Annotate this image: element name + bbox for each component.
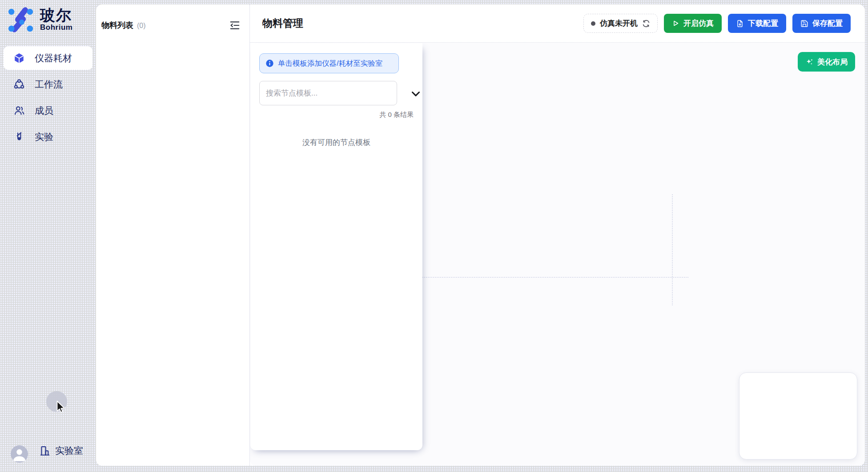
template-hint-banner: 单击模板添加仪器/耗材至实验室 bbox=[259, 53, 399, 73]
members-icon bbox=[13, 105, 25, 116]
download-config-button[interactable]: 下载配置 bbox=[728, 14, 786, 33]
test-tube-icon bbox=[13, 131, 25, 143]
refresh-icon[interactable] bbox=[642, 20, 650, 28]
sidebar-item-experiments[interactable]: 实验 bbox=[4, 125, 92, 148]
main-area: 物料管理 仿真未开机 bbox=[250, 4, 865, 466]
sidebar-item-members[interactable]: 成员 bbox=[4, 99, 92, 122]
panel-collapse-icon[interactable] bbox=[229, 20, 241, 31]
user-avatar-icon bbox=[11, 445, 28, 463]
file-download-icon bbox=[736, 20, 744, 28]
material-list-count: (0) bbox=[137, 22, 146, 30]
sidebar-item-label: 仪器耗材 bbox=[35, 52, 72, 64]
simulation-status-label: 仿真未开机 bbox=[600, 18, 638, 28]
main-header: 物料管理 仿真未开机 bbox=[250, 4, 865, 43]
sidebar-item-label: 工作流 bbox=[35, 78, 63, 91]
building-icon bbox=[39, 445, 51, 456]
sidebar-footer: 实验室 bbox=[0, 442, 96, 467]
lab-entry[interactable]: 实验室 bbox=[39, 444, 83, 457]
brand-subname: Bohrium bbox=[40, 23, 72, 32]
header-actions: 仿真未开机 开启仿真 bbox=[583, 14, 851, 33]
save-config-button[interactable]: 保存配置 bbox=[792, 14, 851, 33]
chevron-down-icon[interactable] bbox=[410, 88, 422, 100]
template-empty-text: 没有可用的节点模板 bbox=[250, 137, 422, 148]
node-template-panel: 单击模板添加仪器/耗材至实验室 共 0 条结果 没有可用的节点模板 bbox=[250, 43, 422, 450]
save-config-label: 保存配置 bbox=[812, 18, 843, 28]
sparkles-icon bbox=[805, 58, 814, 66]
material-list-header: 物料列表 (0) bbox=[96, 4, 249, 31]
content-container: 物料列表 (0) 物料管理 仿真未开机 bbox=[96, 4, 865, 466]
sidebar-item-label: 成员 bbox=[35, 104, 53, 117]
start-simulation-label: 开启仿真 bbox=[683, 18, 714, 28]
beautify-layout-label: 美化布局 bbox=[817, 57, 848, 67]
beautify-layout-button[interactable]: 美化布局 bbox=[798, 52, 855, 72]
info-icon bbox=[265, 59, 274, 68]
material-list-title: 物料列表 bbox=[101, 20, 133, 31]
bohrium-logo-icon bbox=[6, 5, 36, 34]
lab-label: 实验室 bbox=[55, 444, 83, 457]
sidebar-item-instruments[interactable]: 仪器耗材 bbox=[4, 46, 92, 70]
workflow-ring-icon bbox=[13, 79, 25, 90]
page-title: 物料管理 bbox=[262, 16, 303, 30]
flow-canvas[interactable]: 美化布局 单击模板添加仪器/耗材至实验室 bbox=[250, 43, 865, 466]
simulation-status-pill[interactable]: 仿真未开机 bbox=[583, 14, 658, 33]
status-dot bbox=[591, 21, 595, 26]
template-result-count: 共 0 条结果 bbox=[379, 111, 414, 119]
app-window: 玻尔 Bohrium 仪器耗材 工作流 bbox=[0, 0, 868, 472]
play-icon bbox=[672, 20, 679, 27]
sidebar-item-workflow[interactable]: 工作流 bbox=[4, 72, 92, 96]
minimap[interactable] bbox=[739, 372, 857, 460]
sidebar-nav: 仪器耗材 工作流 成员 bbox=[4, 46, 92, 148]
brand-name: 玻尔 bbox=[40, 7, 72, 23]
sidebar: 玻尔 Bohrium 仪器耗材 工作流 bbox=[0, 0, 96, 472]
brand-logo: 玻尔 Bohrium bbox=[6, 5, 72, 34]
save-icon bbox=[800, 20, 808, 28]
canvas-guide-vertical bbox=[672, 194, 673, 305]
template-search-row bbox=[259, 81, 416, 105]
sidebar-item-label: 实验 bbox=[35, 131, 53, 143]
material-list-panel: 物料列表 (0) bbox=[96, 4, 250, 466]
download-config-label: 下载配置 bbox=[748, 18, 778, 28]
canvas-guide-horizontal bbox=[422, 277, 688, 278]
start-simulation-button[interactable]: 开启仿真 bbox=[664, 14, 722, 33]
cube-icon bbox=[13, 52, 25, 64]
template-search-input[interactable] bbox=[259, 81, 397, 105]
template-hint-text: 单击模板添加仪器/耗材至实验室 bbox=[278, 59, 383, 68]
user-avatar[interactable] bbox=[11, 445, 28, 463]
